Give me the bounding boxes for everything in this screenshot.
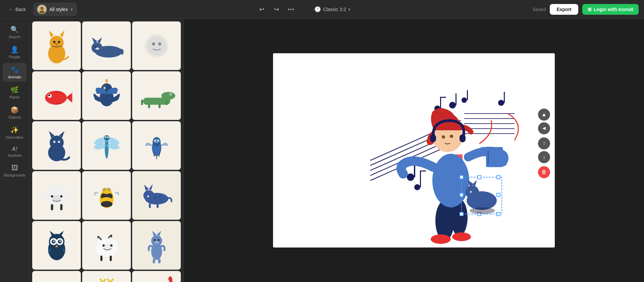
svg-rect-175 xyxy=(460,212,463,216)
list-item[interactable] xyxy=(32,121,81,170)
sidebar-item-symbols[interactable]: A! Symbols xyxy=(3,143,27,160)
bring-front-button[interactable]: ▲ xyxy=(538,109,550,121)
topbar: ← Back All styles ▾ ↩ ↪ ••• 🕐 Classic 3:… xyxy=(0,0,644,19)
svg-point-164 xyxy=(432,154,469,207)
svg-rect-152 xyxy=(440,97,446,98)
animal-red-fish xyxy=(37,76,76,115)
sidebar-item-plants[interactable]: 🌿 Plants xyxy=(3,83,27,102)
back-label: Back xyxy=(15,7,26,12)
svg-point-8 xyxy=(58,41,60,43)
style-badge[interactable]: 🕐 Classic 3:2 ▾ xyxy=(311,4,354,14)
redo-button[interactable]: ↪ xyxy=(270,3,282,15)
login-button[interactable]: ⊞ Login with Icons8 xyxy=(582,4,639,15)
backgrounds-icon: 🖼 xyxy=(11,164,18,172)
list-item[interactable] xyxy=(82,221,131,270)
export-button[interactable]: Export xyxy=(550,4,578,15)
svg-point-163 xyxy=(452,232,471,241)
svg-rect-37 xyxy=(165,100,167,105)
sidebar-label-symbols: Symbols xyxy=(7,153,21,157)
list-item[interactable] xyxy=(82,71,131,120)
svg-point-24 xyxy=(48,94,50,96)
style-name: All styles xyxy=(49,7,68,12)
list-item[interactable] xyxy=(82,171,131,220)
svg-point-100 xyxy=(102,244,105,246)
svg-marker-106 xyxy=(152,230,157,236)
delete-button[interactable]: 🗑 xyxy=(538,166,550,178)
svg-rect-173 xyxy=(460,175,463,179)
sidebar-item-objects[interactable]: 📦 Objects xyxy=(3,103,27,122)
sidebar-item-people[interactable]: 👤 People xyxy=(3,43,27,62)
svg-point-185 xyxy=(470,191,472,193)
svg-point-29 xyxy=(103,87,104,88)
redo-icon: ↪ xyxy=(274,6,279,13)
list-item[interactable] xyxy=(82,271,131,282)
move-up-button[interactable]: ↑ xyxy=(538,137,550,149)
svg-point-101 xyxy=(110,244,112,246)
list-item[interactable] xyxy=(132,71,181,120)
list-item[interactable] xyxy=(132,271,181,282)
svg-rect-157 xyxy=(420,170,426,171)
topbar-right: Saved Export ⊞ Login with Icons8 xyxy=(533,4,639,15)
list-item[interactable] xyxy=(132,171,181,220)
svg-point-99 xyxy=(103,242,112,252)
svg-marker-6 xyxy=(60,30,64,37)
animal-yellow-deer xyxy=(87,276,126,282)
sidebar-item-decorative[interactable]: ✨ Decorative xyxy=(3,123,27,142)
svg-rect-112 xyxy=(158,259,160,263)
sidebar-label-people: People xyxy=(9,55,20,59)
animal-yellow-cat xyxy=(37,26,76,65)
svg-point-43 xyxy=(58,140,60,143)
list-item[interactable] xyxy=(132,221,181,270)
svg-point-108 xyxy=(154,239,156,241)
avatar xyxy=(37,5,47,14)
chevron-classic-icon: ▾ xyxy=(348,7,351,12)
svg-rect-168 xyxy=(430,134,436,142)
undo-button[interactable]: ↩ xyxy=(256,3,268,15)
list-item[interactable] xyxy=(32,221,81,270)
svg-point-49 xyxy=(104,135,109,140)
svg-marker-77 xyxy=(149,184,153,190)
animal-crocodile xyxy=(137,76,176,115)
list-item[interactable] xyxy=(32,171,81,220)
back-arrow-icon: ← xyxy=(9,7,13,12)
back-button[interactable]: ← Back xyxy=(5,5,29,14)
list-item[interactable] xyxy=(82,121,131,170)
sidebar-item-backgrounds[interactable]: 🖼 Backgrounds xyxy=(3,161,27,180)
svg-point-155 xyxy=(414,184,420,190)
move-down-button[interactable]: ↓ xyxy=(538,151,550,163)
more-button[interactable]: ••• xyxy=(285,3,297,15)
sidebar-item-animals[interactable]: 🐾 Animals xyxy=(3,63,27,82)
svg-marker-107 xyxy=(157,230,161,236)
svg-rect-111 xyxy=(153,259,155,263)
list-item[interactable] xyxy=(82,21,131,70)
sidebar-label-search: Search xyxy=(9,35,20,39)
list-item[interactable] xyxy=(32,71,81,120)
sidebar-label-decorative: Decorative xyxy=(6,135,23,139)
send-back-button[interactable]: ◄ xyxy=(538,122,550,134)
svg-rect-159 xyxy=(504,92,505,103)
animals-icon: 🐾 xyxy=(10,66,19,74)
canvas-area: ▲ ◄ ↑ ↓ 🗑 xyxy=(184,19,644,282)
list-item[interactable] xyxy=(32,271,81,282)
svg-rect-140 xyxy=(455,93,457,105)
objects-icon: 📦 xyxy=(10,106,19,114)
canvas[interactable]: ▲ ◄ ↑ ↓ 🗑 xyxy=(273,53,555,248)
svg-point-18 xyxy=(152,42,155,45)
animal-blue-spots xyxy=(137,176,176,215)
sidebar-label-animals: Animals xyxy=(8,75,21,79)
animal-dark-dog xyxy=(37,276,76,282)
svg-rect-166 xyxy=(488,150,489,164)
toolbar-center: ↩ ↪ ••• xyxy=(256,3,297,15)
svg-point-51 xyxy=(107,136,109,138)
send-back-icon: ◄ xyxy=(541,125,547,131)
animal-blue-eagle xyxy=(87,76,126,115)
list-item[interactable] xyxy=(132,121,181,170)
list-item[interactable] xyxy=(32,21,81,70)
sidebar-item-search[interactable]: 🔍 Search xyxy=(3,23,27,42)
animal-horned-sheep xyxy=(87,226,126,265)
chevron-down-icon: ▾ xyxy=(70,7,73,12)
svg-point-93 xyxy=(59,240,61,242)
animal-red-partial xyxy=(137,276,176,282)
list-item[interactable] xyxy=(132,21,181,70)
style-selector[interactable]: All styles ▾ xyxy=(33,3,77,16)
